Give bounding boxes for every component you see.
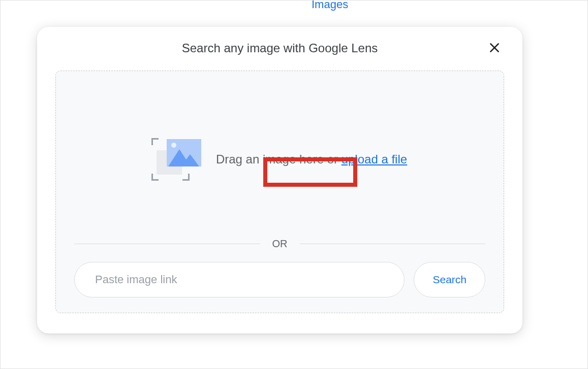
drag-instruction: Drag an image here or upload a file (216, 152, 407, 166)
search-button[interactable]: Search (414, 262, 485, 297)
separator: OR (74, 238, 485, 250)
drag-area: Drag an image here or upload a file (74, 86, 485, 232)
separator-line-left (74, 244, 260, 244)
drop-zone[interactable]: Drag an image here or upload a file OR S… (55, 71, 504, 313)
url-input-row: Search (74, 262, 485, 297)
dialog-title: Search any image with Google Lens (182, 41, 378, 55)
separator-line-right (300, 244, 486, 244)
images-nav-link[interactable]: Images (312, 0, 348, 11)
dialog-header: Search any image with Google Lens (55, 41, 504, 55)
image-url-input[interactable] (74, 262, 405, 297)
close-icon (488, 41, 501, 54)
or-label: OR (272, 238, 288, 250)
drag-text-prefix: Drag an image here or (216, 152, 342, 166)
google-lens-dialog: Search any image with Google Lens (37, 27, 522, 333)
upload-file-link[interactable]: upload a file (342, 152, 407, 166)
image-upload-icon (152, 139, 201, 180)
close-button[interactable] (487, 40, 502, 55)
